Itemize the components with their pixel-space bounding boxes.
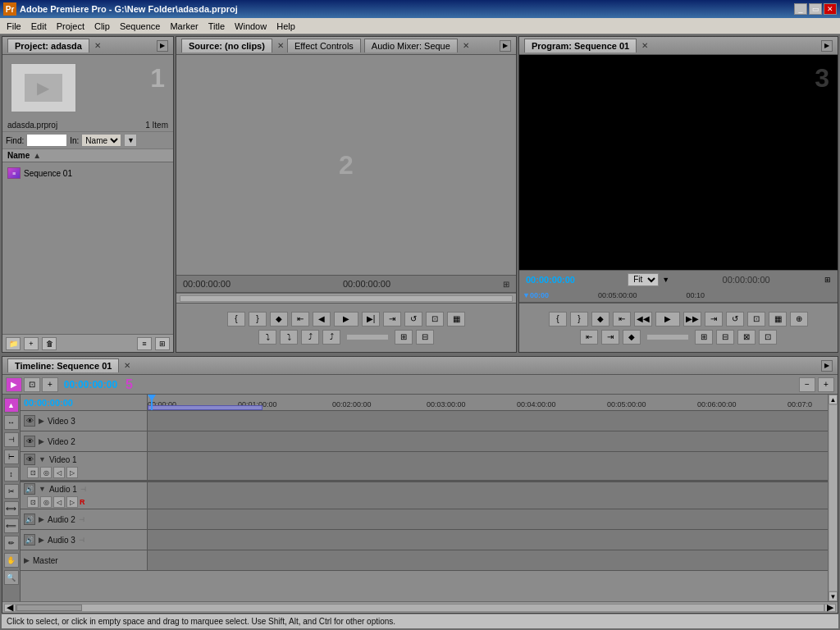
timeline-ruler[interactable]: 00:00:00 00:01:00:00 00:02:00:00 00:03:0… [148, 395, 828, 411]
program-tab[interactable]: Program: Sequence 01 [524, 39, 637, 52]
work-area-bar[interactable] [148, 405, 262, 410]
next-frame-button[interactable]: ▶| [362, 312, 380, 326]
timeline-vertical-scrollbar[interactable]: ▲ ▼ [828, 395, 838, 601]
prog-play-button[interactable]: ▶ [655, 312, 680, 326]
scroll-up-arrow[interactable]: ▲ [829, 395, 838, 404]
timeline-horizontal-scrollbar[interactable]: ◀ ▶ [2, 601, 838, 613]
video1-track-body[interactable] [148, 452, 828, 480]
go-out-button[interactable]: ⇥ [383, 312, 401, 326]
selection-tool[interactable]: ▲ [4, 398, 19, 413]
safe-margins-button[interactable]: ⊡ [426, 312, 444, 326]
tl-zoom-in-button[interactable]: + [818, 377, 834, 392]
audio1-mute-toggle[interactable]: 🔊 [24, 483, 35, 495]
razor-tool[interactable]: ✂ [4, 484, 19, 499]
mark-in-button[interactable]: { [227, 312, 245, 326]
timeline-menu-button[interactable]: ▶ [821, 360, 833, 372]
prev-frame-button[interactable]: ◀ [313, 312, 331, 326]
timeline-add-track-button[interactable]: + [42, 377, 58, 392]
project-new-folder-button[interactable]: 📁 [6, 337, 21, 350]
tl-zoom-out-button[interactable]: − [799, 377, 815, 392]
prog-ctrl-5[interactable]: ⊟ [716, 330, 734, 345]
menu-title[interactable]: Title [203, 20, 230, 33]
audio2-expand-icon[interactable]: ▶ [39, 515, 44, 523]
master-expand-icon[interactable]: ▶ [24, 556, 30, 564]
overwrite-button[interactable]: ⤵ [280, 330, 298, 345]
horizontal-scroll-thumb[interactable] [16, 605, 82, 611]
audio3-expand-icon[interactable]: ▶ [39, 536, 44, 544]
prog-ctrl-3[interactable]: ◆ [623, 330, 641, 345]
program-tab-close[interactable]: ✕ [641, 41, 648, 50]
audio1-ctrl-4[interactable]: ▷ [66, 496, 78, 508]
source-tab-close[interactable]: ✕ [277, 41, 284, 50]
prog-ctrl-4[interactable]: ⊞ [695, 330, 713, 345]
video2-visibility-toggle[interactable]: 👁 [24, 436, 35, 447]
prog-next-frame-button[interactable]: ▶▶ [683, 312, 701, 326]
list-item[interactable]: ≡ Sequence 01 [7, 166, 168, 180]
extract-button[interactable]: ⤴ [322, 330, 340, 345]
insert-button[interactable]: ⤵ [258, 330, 276, 345]
project-view-list-button[interactable]: ≡ [137, 337, 152, 350]
video1-ctrl-1[interactable]: ⊡ [27, 467, 39, 478]
audio1-ctrl-1[interactable]: ⊡ [27, 496, 39, 508]
go-in-button[interactable]: ⇤ [291, 312, 309, 326]
zoom-tool[interactable]: 🔍 [4, 570, 19, 585]
window-controls[interactable]: _ ▭ ✕ [794, 3, 837, 15]
audio2-mute-toggle[interactable]: 🔊 [24, 514, 35, 525]
prog-ctrl-2[interactable]: ⇥ [601, 330, 619, 345]
prog-ctrl-6[interactable]: ⊠ [737, 330, 756, 345]
prog-safe-button[interactable]: ⊡ [747, 312, 765, 326]
scroll-down-arrow[interactable]: ▼ [829, 591, 838, 601]
video1-ctrl-3[interactable]: ◁ [53, 467, 65, 478]
project-delete-button[interactable]: 🗑 [42, 337, 57, 350]
menu-file[interactable]: File [2, 20, 26, 33]
video1-ctrl-2[interactable]: ◎ [40, 467, 52, 478]
audio3-track-body[interactable] [148, 530, 828, 550]
prog-go-in-button[interactable]: ⇤ [613, 312, 631, 326]
mark-out-button[interactable]: } [249, 312, 267, 326]
in-select[interactable]: Name [81, 134, 121, 147]
master-track-body[interactable] [148, 550, 828, 570]
prog-add-marker-button[interactable]: ◆ [591, 312, 609, 326]
prog-mark-out-button[interactable]: } [570, 312, 588, 326]
prog-ctrl-7[interactable]: ⊡ [759, 330, 777, 345]
video1-ctrl-4[interactable]: ▷ [66, 467, 78, 478]
program-jog-slider[interactable] [647, 335, 688, 340]
minimize-button[interactable]: _ [794, 3, 807, 15]
program-panel-menu-button[interactable]: ▶ [821, 40, 833, 52]
timeline-snap-button[interactable]: ▶ [6, 377, 22, 392]
menu-sequence[interactable]: Sequence [115, 20, 166, 33]
prog-output-button[interactable]: ▦ [769, 312, 787, 326]
audio1-track-body[interactable] [148, 482, 828, 509]
project-view-icon-button[interactable]: ⊞ [155, 337, 170, 350]
menu-window[interactable]: Window [230, 20, 272, 33]
project-new-item-button[interactable]: + [24, 337, 39, 350]
video2-expand-icon[interactable]: ▶ [39, 437, 44, 445]
timeline-tab[interactable]: Timeline: Sequence 01 [7, 358, 119, 372]
prog-extra-button[interactable]: ⊕ [790, 312, 808, 326]
menu-project[interactable]: Project [52, 20, 89, 33]
loop-button[interactable]: ↺ [404, 312, 422, 326]
source-progress-bar[interactable] [176, 293, 516, 303]
video3-track-body[interactable] [148, 411, 828, 431]
find-scroll-button[interactable]: ▼ [124, 134, 137, 147]
project-tab[interactable]: Project: adasda [7, 39, 89, 52]
rate-stretch-tool[interactable]: ↕ [4, 467, 19, 482]
source-panel-menu-button[interactable]: ▶ [500, 40, 511, 52]
lift-button[interactable]: ⤴ [301, 330, 319, 345]
roll-edit-tool[interactable]: ⊢ [4, 450, 19, 464]
scroll-left-arrow[interactable]: ◀ [4, 604, 16, 612]
restore-button[interactable]: ▭ [809, 3, 822, 15]
ripple-edit-tool[interactable]: ⊣ [4, 432, 19, 447]
close-button[interactable]: ✕ [824, 3, 837, 15]
horizontal-scroll-track[interactable] [16, 604, 824, 612]
prog-prev-frame-button[interactable]: ◀◀ [634, 312, 652, 326]
timeline-tab-close[interactable]: ✕ [124, 361, 130, 370]
audio1-expand-icon[interactable]: ▼ [39, 485, 46, 493]
audio-mixer-tab[interactable]: Audio Mixer: Seque [364, 39, 458, 52]
video1-expand-icon[interactable]: ▼ [39, 455, 46, 463]
scroll-thumb[interactable] [829, 405, 837, 591]
pen-tool[interactable]: ✏ [4, 536, 19, 550]
timeline-link-button[interactable]: ⊡ [24, 377, 40, 392]
audio1-ctrl-3[interactable]: ◁ [53, 496, 65, 508]
video1-visibility-toggle[interactable]: 👁 [24, 454, 35, 465]
